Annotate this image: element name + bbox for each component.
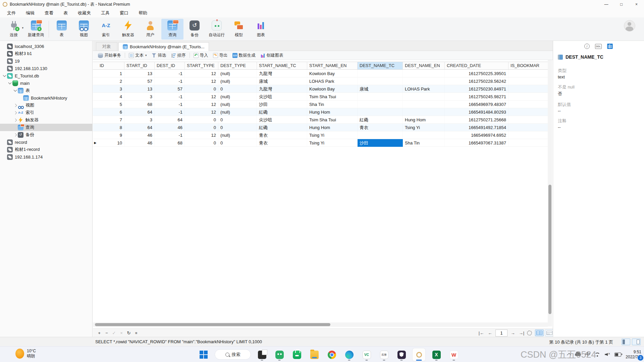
cell-ID[interactable]: 6 (98, 108, 124, 116)
taskbar-app-excel[interactable] (430, 348, 443, 361)
close-button[interactable]: × (629, 0, 644, 9)
cell-START_NAME_EN[interactable]: Hung Hom (307, 108, 358, 116)
vertical-scrollbar-thumb[interactable] (548, 185, 551, 314)
wifi-icon[interactable] (594, 352, 600, 357)
table-toolbar-text-button[interactable]: 文本▾ (126, 52, 149, 59)
sidebar-item-视图[interactable]: 视图 (0, 102, 92, 109)
cell-START_TYPE[interactable]: 12 (185, 77, 218, 85)
taskbar-app-shimo[interactable] (378, 348, 390, 361)
cell-DEST_ID[interactable]: -1 (155, 108, 185, 116)
table-toolbar-filter-button[interactable]: 筛选 (149, 52, 169, 59)
cell-DEST_NAME_TC[interactable]: 沙田 (358, 139, 403, 147)
cell-IS_BOOKMAR[interactable] (508, 77, 552, 85)
column-header-DEST_NAME_EN[interactable]: DEST_NAME_EN (403, 62, 445, 70)
sidebar-item-localhost_3306[interactable]: localhost_3306 (0, 43, 92, 50)
taskbar-search[interactable]: 搜索 (215, 349, 251, 360)
cell-DEST_NAME_EN[interactable]: Sha Tin (403, 139, 445, 147)
cell-DEST_ID[interactable]: -1 (155, 93, 185, 101)
menu-item-4[interactable]: 收藏夹 (73, 9, 96, 17)
menu-item-7[interactable]: 帮助 (133, 9, 152, 17)
toolbar-index-button[interactable]: 索引 (95, 19, 117, 40)
power-icon[interactable] (614, 353, 621, 357)
column-header-IS_BOOKMAR[interactable]: IS_BOOKMAR (508, 62, 552, 70)
cell-START_NAME_TC[interactable]: 尖沙咀 (257, 93, 307, 101)
tree-expand-arrow[interactable] (13, 134, 18, 136)
cell-DEST_TYPE[interactable]: 0 (218, 85, 257, 93)
cell-START_NAME_EN[interactable]: Kowloon Bay (307, 70, 358, 77)
column-header-START_TYPE[interactable]: START_TYPE (185, 62, 218, 70)
cell-START_NAME_EN[interactable]: LOHAS Park (307, 77, 358, 85)
cell-START_NAME_TC[interactable]: 沙田 (257, 101, 307, 108)
taskbar-app-wechat[interactable] (273, 348, 286, 361)
apply-changes-button[interactable]: ✓ (110, 330, 118, 336)
taskbar-app-security[interactable] (395, 348, 408, 361)
cell-START_ID[interactable]: 13 (124, 85, 155, 93)
cell-START_NAME_EN[interactable]: Kowloon Bay (307, 85, 358, 93)
column-header-START_ID[interactable]: START_ID (124, 62, 155, 70)
cell-DEST_TYPE[interactable]: 0 (218, 139, 257, 147)
menu-item-1[interactable]: 编辑 (21, 9, 40, 17)
cell-DEST_NAME_TC[interactable] (358, 101, 403, 108)
cell-DEST_NAME_TC[interactable] (358, 77, 403, 85)
cell-START_TYPE[interactable]: 0 (185, 116, 218, 124)
cell-CREATED_DATE[interactable]: 1612750271.25668 (445, 116, 508, 124)
weather-widget[interactable]: 10°C 晴朗 (15, 349, 36, 359)
cell-START_TYPE[interactable]: 12 (185, 70, 218, 77)
sidebar-item-备份[interactable]: 备份 (0, 131, 92, 138)
cell-START_NAME_TC[interactable]: 九龍灣 (257, 85, 307, 93)
toolbar-connect-button[interactable]: +▾连接 (3, 19, 25, 40)
vertical-scrollbar[interactable] (548, 60, 552, 326)
cell-ID[interactable]: 3 (98, 85, 124, 93)
cell-DEST_TYPE[interactable]: (null) (218, 108, 257, 116)
cell-ID[interactable]: 1 (98, 70, 124, 77)
cell-IS_BOOKMAR[interactable] (508, 116, 552, 124)
cell-START_ID[interactable]: 68 (124, 101, 155, 108)
table-toolbar-import-button[interactable]: 导入 (191, 52, 211, 59)
info-icon[interactable]: i (584, 44, 590, 49)
cell-ID[interactable]: 4 (98, 93, 124, 101)
cell-START_NAME_TC[interactable]: 九龍灣 (257, 70, 307, 77)
cell-START_NAME_TC[interactable]: 青衣 (257, 139, 307, 147)
horizontal-scrollbar-thumb[interactable] (95, 323, 330, 326)
sidebar-item-E_Tourist.db[interactable]: E_Tourist.db (0, 72, 92, 79)
cell-ID[interactable]: 10 (98, 139, 124, 147)
cell-START_ID[interactable]: 46 (124, 139, 155, 147)
cell-CREATED_DATE[interactable]: 1612750230.84971 (445, 85, 508, 93)
ddl-icon[interactable]: DDL (595, 44, 602, 49)
onedrive-icon[interactable] (575, 353, 581, 356)
cell-START_ID[interactable]: 3 (124, 116, 155, 124)
cell-DEST_ID[interactable]: -1 (155, 77, 185, 85)
menu-item-2[interactable]: 查看 (40, 9, 58, 17)
cell-DEST_TYPE[interactable]: 0 (218, 124, 257, 131)
sidebar-item-main[interactable]: main (0, 79, 92, 87)
column-header-START_NAME_EN[interactable]: START_NAME_EN (307, 62, 358, 70)
cell-DEST_NAME_EN[interactable]: LOHAS Park (403, 85, 445, 93)
toolbar-newquery-button[interactable]: +新建查询 (25, 19, 47, 40)
cell-START_TYPE[interactable]: 12 (185, 131, 218, 139)
sidebar-item-触发器[interactable]: 触发器 (0, 116, 92, 124)
tree-expand-arrow[interactable] (13, 104, 18, 107)
cell-START_ID[interactable]: 13 (124, 70, 155, 77)
toolbar-user-button[interactable]: 用户 (139, 19, 161, 40)
cell-DEST_NAME_EN[interactable] (403, 70, 445, 77)
taskbar-app-explorer[interactable] (308, 348, 321, 361)
tree-expand-arrow[interactable] (13, 119, 18, 121)
sidebar-item-record[interactable]: record (0, 138, 92, 146)
tab-table[interactable]: BookmarkNHistory @main (E_Touris... (118, 42, 209, 51)
sidebar-item-BookmarkNHistory[interactable]: BookmarkNHistory (0, 94, 92, 102)
cell-DEST_NAME_EN[interactable] (403, 108, 445, 116)
grid-view-button[interactable] (535, 329, 544, 336)
table-toolbar-export-button[interactable]: 导出 (211, 52, 230, 59)
toolbar-chart-button[interactable]: 图表 (250, 19, 272, 40)
grid-info-icon[interactable] (607, 44, 613, 49)
minimize-button[interactable]: — (599, 0, 614, 9)
column-header-DEST_ID[interactable]: DEST_ID (155, 62, 185, 70)
taskbar-app-taskview[interactable] (256, 348, 268, 361)
column-header-DEST_TYPE[interactable]: DEST_TYPE (218, 62, 257, 70)
cell-CREATED_DATE[interactable]: 1665496974.6952 (445, 131, 508, 139)
sidebar-item-192.168.110.130[interactable]: 192.168.110.130 (0, 65, 92, 72)
cell-IS_BOOKMAR[interactable] (508, 139, 552, 147)
toolbar-view-button[interactable]: 视图 (73, 19, 95, 40)
cell-START_NAME_TC[interactable]: 紅磡 (257, 108, 307, 116)
taskbar-app-wps[interactable] (447, 348, 460, 361)
